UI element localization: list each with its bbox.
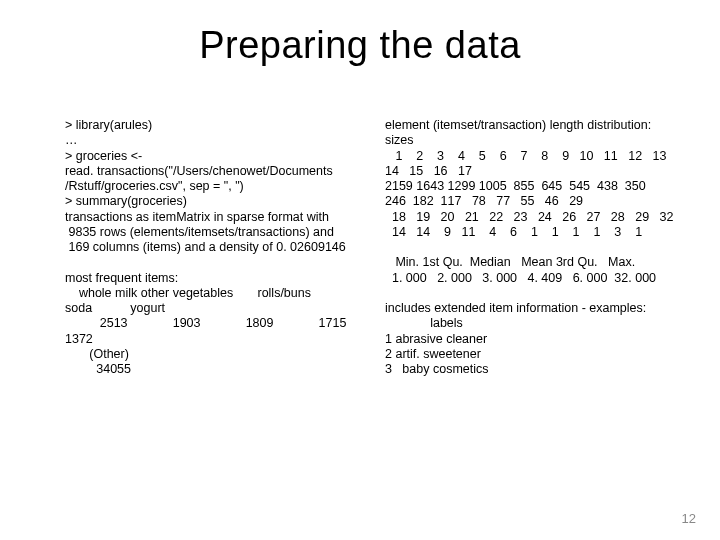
- slide-title: Preparing the data: [0, 24, 720, 67]
- page-number: 12: [682, 511, 696, 526]
- content-columns: > library(arules) … > groceries <- read.…: [65, 118, 685, 377]
- right-column-text: element (itemset/transaction) length dis…: [385, 118, 685, 377]
- left-column-text: > library(arules) … > groceries <- read.…: [65, 118, 365, 377]
- slide: Preparing the data > library(arules) … >…: [0, 0, 720, 540]
